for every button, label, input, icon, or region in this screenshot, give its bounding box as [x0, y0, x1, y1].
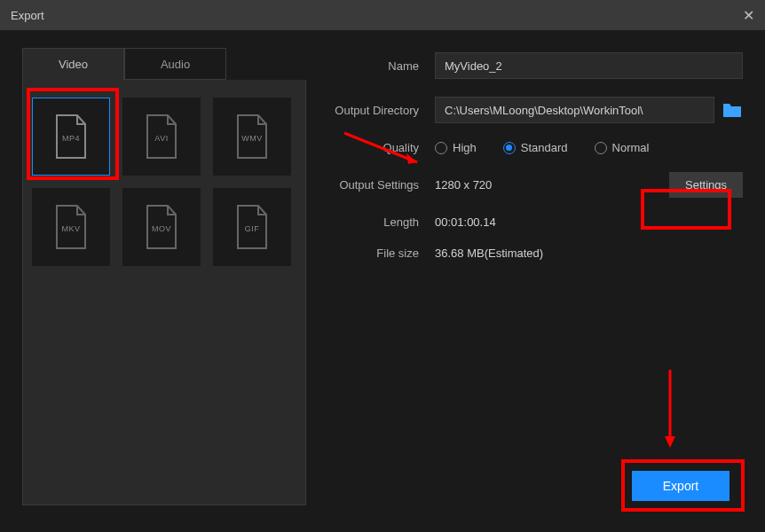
radio-label: Standard: [521, 141, 568, 154]
titlebar: Export ✕: [0, 0, 765, 30]
format-panel: Video Audio MP4 AVI WMV: [22, 48, 306, 505]
output-directory-label: Output Directory: [324, 104, 435, 117]
file-icon: AVI: [143, 113, 180, 160]
name-input[interactable]: [435, 52, 743, 79]
format-label: MP4: [62, 134, 80, 143]
file-icon: MOV: [143, 204, 180, 250]
file-icon: GIF: [233, 204, 271, 250]
name-label: Name: [324, 59, 435, 73]
settings-button[interactable]: Settings: [669, 172, 743, 198]
format-label: AVI: [154, 134, 168, 143]
file-icon: MP4: [52, 113, 90, 160]
quality-radio-high[interactable]: High: [435, 141, 477, 154]
tab-video[interactable]: Video: [22, 48, 124, 80]
format-wmv[interactable]: WMV: [213, 98, 291, 176]
quality-radio-normal[interactable]: Normal: [595, 141, 650, 154]
format-label: GIF: [245, 224, 260, 233]
radio-icon: [503, 142, 516, 154]
format-label: MKV: [61, 224, 80, 233]
output-settings-label: Output Settings: [324, 178, 435, 192]
export-button[interactable]: Export: [632, 471, 730, 501]
file-size-label: File size: [324, 246, 435, 260]
close-icon[interactable]: ✕: [743, 7, 754, 24]
format-mov[interactable]: MOV: [122, 188, 201, 266]
format-label: WMV: [241, 134, 263, 143]
tab-audio[interactable]: Audio: [124, 48, 226, 80]
window-title: Export: [11, 9, 44, 22]
output-directory-input[interactable]: [435, 97, 714, 123]
format-mkv[interactable]: MKV: [32, 188, 110, 266]
file-icon: WMV: [233, 113, 271, 160]
radio-label: Normal: [612, 141, 650, 154]
file-size-value: 36.68 MB(Estimated): [435, 246, 543, 260]
format-mp4[interactable]: MP4: [32, 98, 110, 176]
radio-icon: [595, 142, 607, 154]
quality-label: Quality: [324, 141, 435, 154]
output-settings-value: 1280 x 720: [435, 178, 492, 192]
file-icon: MKV: [52, 204, 90, 250]
folder-icon[interactable]: [722, 101, 743, 119]
format-grid: MP4 AVI WMV MKV: [22, 80, 306, 505]
format-gif[interactable]: GIF: [213, 188, 291, 266]
radio-label: High: [453, 141, 477, 154]
format-avi[interactable]: AVI: [122, 98, 201, 176]
format-label: MOV: [152, 224, 171, 233]
length-value: 00:01:00.14: [435, 215, 496, 229]
length-label: Length: [324, 215, 435, 229]
quality-radio-standard[interactable]: Standard: [503, 141, 568, 154]
settings-panel: Name Output Directory Quality High: [324, 48, 743, 505]
radio-icon: [435, 142, 447, 154]
